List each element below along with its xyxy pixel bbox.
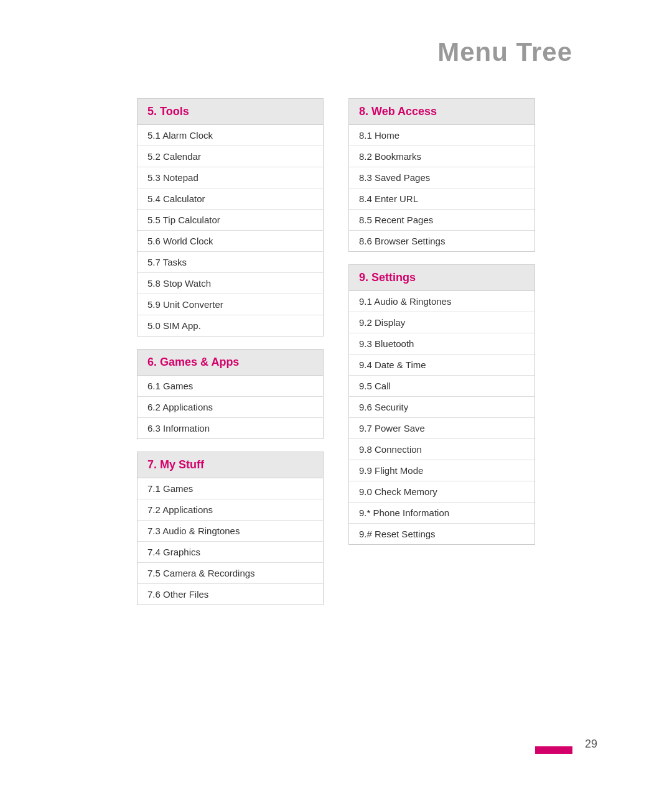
menu-item-settings-0: 9.1 Audio & Ringtones: [349, 291, 534, 312]
menu-item-settings-1: 9.2 Display: [349, 312, 534, 333]
menu-item-my-stuff-0: 7.1 Games: [138, 478, 323, 499]
menu-section-games-apps: 6. Games & Apps6.1 Games6.2 Applications…: [137, 349, 324, 439]
menu-item-settings-3: 9.4 Date & Time: [349, 355, 534, 376]
menu-item-settings-9: 9.0 Check Memory: [349, 481, 534, 503]
section-header-settings: 9. Settings: [349, 265, 534, 291]
content-area: 5. Tools5.1 Alarm Clock5.2 Calendar5.3 N…: [0, 98, 672, 618]
menu-item-tools-4: 5.5 Tip Calculator: [138, 210, 323, 231]
section-header-tools: 5. Tools: [138, 99, 323, 125]
menu-item-my-stuff-3: 7.4 Graphics: [138, 542, 323, 563]
menu-item-web-access-1: 8.2 Bookmarks: [349, 146, 534, 167]
menu-item-games-apps-2: 6.3 Information: [138, 418, 323, 438]
menu-section-web-access: 8. Web Access8.1 Home8.2 Bookmarks8.3 Sa…: [348, 98, 535, 252]
menu-item-settings-10: 9.* Phone Information: [349, 503, 534, 524]
menu-item-tools-8: 5.9 Unit Converter: [138, 294, 323, 315]
menu-item-settings-8: 9.9 Flight Mode: [349, 460, 534, 481]
section-header-games-apps: 6. Games & Apps: [138, 350, 323, 376]
menu-item-tools-5: 5.6 World Clock: [138, 231, 323, 252]
decorative-bar: [535, 746, 572, 754]
menu-item-games-apps-0: 6.1 Games: [138, 376, 323, 397]
page-number: 29: [585, 738, 597, 751]
menu-item-my-stuff-1: 7.2 Applications: [138, 499, 323, 521]
menu-section-settings: 9. Settings9.1 Audio & Ringtones9.2 Disp…: [348, 264, 535, 545]
section-header-web-access: 8. Web Access: [349, 99, 534, 125]
menu-item-settings-7: 9.8 Connection: [349, 439, 534, 460]
menu-item-tools-2: 5.3 Notepad: [138, 167, 323, 188]
menu-item-my-stuff-5: 7.6 Other Files: [138, 584, 323, 605]
menu-item-tools-7: 5.8 Stop Watch: [138, 273, 323, 294]
right-column: 8. Web Access8.1 Home8.2 Bookmarks8.3 Sa…: [348, 98, 535, 618]
menu-item-web-access-3: 8.4 Enter URL: [349, 188, 534, 210]
menu-item-my-stuff-2: 7.3 Audio & Ringtones: [138, 521, 323, 542]
menu-item-games-apps-1: 6.2 Applications: [138, 397, 323, 418]
menu-item-my-stuff-4: 7.5 Camera & Recordings: [138, 563, 323, 584]
menu-item-settings-11: 9.# Reset Settings: [349, 524, 534, 544]
menu-item-web-access-2: 8.3 Saved Pages: [349, 167, 534, 188]
menu-item-web-access-0: 8.1 Home: [349, 125, 534, 146]
menu-item-tools-6: 5.7 Tasks: [138, 252, 323, 273]
menu-item-tools-0: 5.1 Alarm Clock: [138, 125, 323, 146]
section-header-my-stuff: 7. My Stuff: [138, 452, 323, 478]
page-title: Menu Tree: [0, 0, 672, 98]
menu-item-settings-6: 9.7 Power Save: [349, 418, 534, 439]
menu-item-web-access-4: 8.5 Recent Pages: [349, 210, 534, 231]
menu-section-my-stuff: 7. My Stuff7.1 Games7.2 Applications7.3 …: [137, 452, 324, 605]
menu-section-tools: 5. Tools5.1 Alarm Clock5.2 Calendar5.3 N…: [137, 98, 324, 336]
menu-item-tools-1: 5.2 Calendar: [138, 146, 323, 167]
menu-item-tools-3: 5.4 Calculator: [138, 188, 323, 210]
menu-item-settings-4: 9.5 Call: [349, 376, 534, 397]
menu-item-tools-9: 5.0 SIM App.: [138, 315, 323, 336]
menu-item-web-access-5: 8.6 Browser Settings: [349, 231, 534, 251]
left-column: 5. Tools5.1 Alarm Clock5.2 Calendar5.3 N…: [137, 98, 324, 618]
menu-item-settings-2: 9.3 Bluetooth: [349, 333, 534, 355]
menu-item-settings-5: 9.6 Security: [349, 397, 534, 418]
